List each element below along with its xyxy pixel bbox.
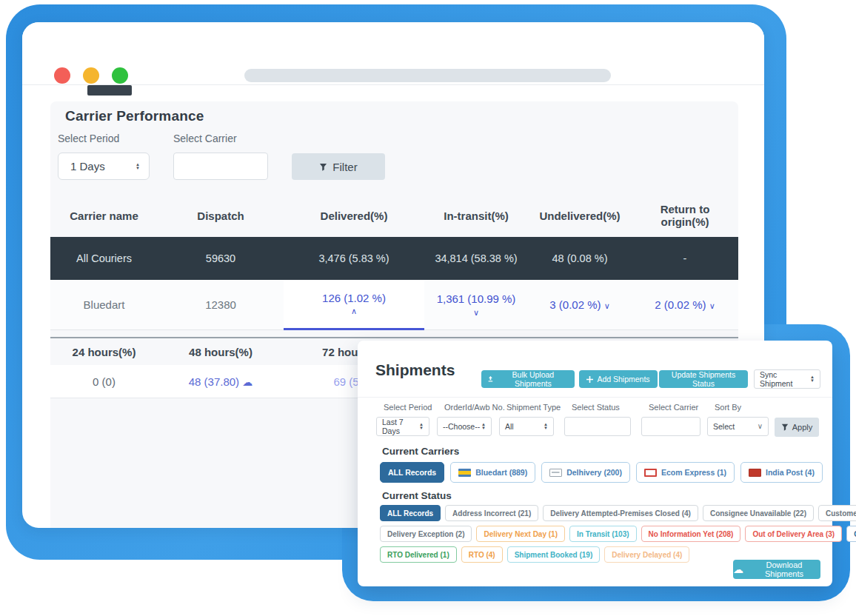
col-header-undelivered: Undelivered(%) [528,194,632,237]
bulk-upload-shipments-button[interactable]: Bulk Upload Shipments [481,370,575,388]
sync-shipment-select[interactable]: Sync Shipment ▲▼ [754,369,820,389]
ecom-express-logo-icon [644,469,657,477]
india-post-logo-icon [749,469,761,477]
orderid-select[interactable]: --Choose-- ▲▼ [437,417,492,436]
cell-in-transit-expandable[interactable]: 1,361 (10.99 %) ∨ [424,280,528,329]
address-bar-pill [244,69,611,82]
cloud-download-icon: ☁ [733,563,743,575]
status-chip-in-transit[interactable]: In Transit (103) [569,526,637,542]
status-chip-out-of-delivery-area[interactable]: Out of Delivery Area (3) [745,526,842,542]
status-chips-row-1: ALL Records Address Incorrect (21) Deliv… [380,505,856,521]
sort-arrows-icon: ▲▼ [810,375,815,383]
status-chip-delivery-exception[interactable]: Delivery Exception (2) [380,526,472,542]
carrier-chip-india-post[interactable]: India Post (4) [740,462,823,483]
apply-button[interactable]: Apply [775,418,819,437]
filter-group-shipment-type: Shipment Type All ▲▼ [499,403,554,436]
sort-arrows-icon: ▲▼ [136,163,140,170]
shipment-type-select[interactable]: All ▲▼ [499,417,554,436]
sort-by-label: Sort By [715,403,769,412]
cell-in-transit: 34,814 (58.38 %) [424,237,528,280]
carrier-chip-ecom-express[interactable]: Ecom Express (1) [636,462,735,483]
cell-return-to-origin-expandable[interactable]: 2 (0.02 %) ∨ [632,280,738,329]
cell-undelivered-expandable[interactable]: 3 (0.02 %) ∨ [528,280,632,329]
filter-group-carrier: Select Carrier [641,403,700,436]
orderid-label: OrderId/Awb No. [444,403,492,412]
status-input[interactable] [564,417,631,436]
status-chip-delivery-delayed[interactable]: Delivery Delayed (4) [604,546,689,563]
cell-dispatch: 12380 [158,280,284,329]
shipments-panel: Shipments Bulk Upload Shipments Add Ship… [358,341,832,586]
status-chip-shipment-booked[interactable]: Shipment Booked (19) [507,546,601,563]
traffic-lights [54,67,128,84]
partial-element-fragment [87,85,132,96]
cloud-download-icon[interactable]: ☁ [242,376,253,388]
col-header-return-to-origin: Return to origin(%) [632,194,738,237]
cell-name: All Couriers [50,237,158,280]
stage: Carrier Performance Select Period Select… [0,0,856,616]
carrier-input[interactable] [641,417,700,436]
col-header-in-transit: In-transit(%) [424,194,528,237]
period-select-value: 1 Days [70,160,105,173]
upload-icon [487,375,494,383]
status-chip-out-for-delivery[interactable]: Out for Delivery (47) [846,526,856,542]
filter-group-sort: Sort By Select ∨ [707,403,769,436]
maximize-window-icon[interactable] [112,67,128,84]
minimize-window-icon[interactable] [83,67,99,84]
status-chip-address-incorrect[interactable]: Address Incorrect (21) [445,505,538,521]
status-chip-no-information-yet[interactable]: No Information Yet (208) [641,526,741,542]
cell-undelivered: 48 (0.08 %) [528,237,632,280]
carrier-label: Select Carrier [649,403,700,412]
cell-return-to-origin: - [632,237,738,280]
chevron-down-icon: ∨ [758,422,763,431]
filter-group-period: Select Period Last 7 Days ▲▼ [376,403,429,436]
cell-24-hours: 0 (0) [50,365,158,398]
status-chip-rto[interactable]: RTO (4) [461,546,503,563]
cell-delivered-expandable[interactable]: 126 (1.02 %) ∧ [284,280,424,330]
window-chrome [22,22,764,85]
carrier-table-header: Carrier name Dispatch Delivered(%) In-tr… [50,194,738,237]
col-header-48-hours: 48 hours(%) [158,338,284,365]
cell-48-hours[interactable]: 48 (37.80) ☁ [158,365,284,398]
period-select[interactable]: 1 Days ▲▼ [58,153,150,180]
status-chips-row-3: RTO Delivered (1) RTO (4) Shipment Booke… [380,546,689,563]
status-chip-delivery-next-day[interactable]: Delivery Next Day (1) [476,526,565,542]
status-chip-premises-closed[interactable]: Delivery Attempted-Premises Closed (4) [543,505,698,521]
carrier-search-input[interactable] [173,153,268,180]
sort-arrows-icon: ▲▼ [419,423,424,430]
close-window-icon[interactable] [54,67,70,84]
expand-chevron-icon: ∨ [473,308,479,317]
status-label: Select Status [572,403,631,412]
status-chip-customer-refused[interactable]: Customer Refused (43) [818,505,856,521]
carrier-chip-bluedart[interactable]: Bluedart (889) [450,462,535,483]
col-header-carrier-name: Carrier name [50,194,158,237]
carrier-chip-delhivery[interactable]: Delhivery (200) [541,462,630,483]
carrier-table: Carrier name Dispatch Delivered(%) In-tr… [50,194,738,330]
filter-button-label: Filter [332,161,357,173]
status-chip-consignee-unavailable[interactable]: Consignee Unavailable (22) [703,505,814,521]
col-header-24-hours: 24 hours(%) [50,338,158,365]
delhivery-logo-icon [549,469,562,477]
shipments-title: Shipments [375,361,455,379]
status-chip-all-records[interactable]: ALL Records [380,505,441,521]
period-select[interactable]: Last 7 Days ▲▼ [376,417,429,436]
funnel-icon [319,163,327,171]
status-chip-rto-delivered[interactable]: RTO Delivered (1) [380,546,457,563]
expand-chevron-icon: ∨ [604,301,610,310]
filter-group-status: Select Status [564,403,631,436]
col-header-dispatch: Dispatch [158,194,284,237]
update-shipments-status-button[interactable]: Update Shipments Status [659,370,748,388]
sort-by-select[interactable]: Select ∨ [707,417,769,436]
divider [358,397,832,398]
current-status-label: Current Status [382,490,452,501]
period-label: Select Period [384,403,429,412]
plus-icon [586,376,593,383]
download-shipments-button[interactable]: ☁ Download Shipments [733,560,820,579]
select-carrier-label: Select Carrier [173,133,237,144]
collapse-caret-icon: ∧ [351,307,357,316]
carrier-chip-all-records[interactable]: ALL Records [380,462,444,483]
cell-delivered: 3,476 (5.83 %) [284,237,424,280]
filter-group-orderid: OrderId/Awb No. --Choose-- ▲▼ [437,403,492,436]
add-shipments-button[interactable]: Add Shipments [579,370,658,388]
col-header-delivered: Delivered(%) [284,194,424,237]
filter-button[interactable]: Filter [292,153,385,180]
